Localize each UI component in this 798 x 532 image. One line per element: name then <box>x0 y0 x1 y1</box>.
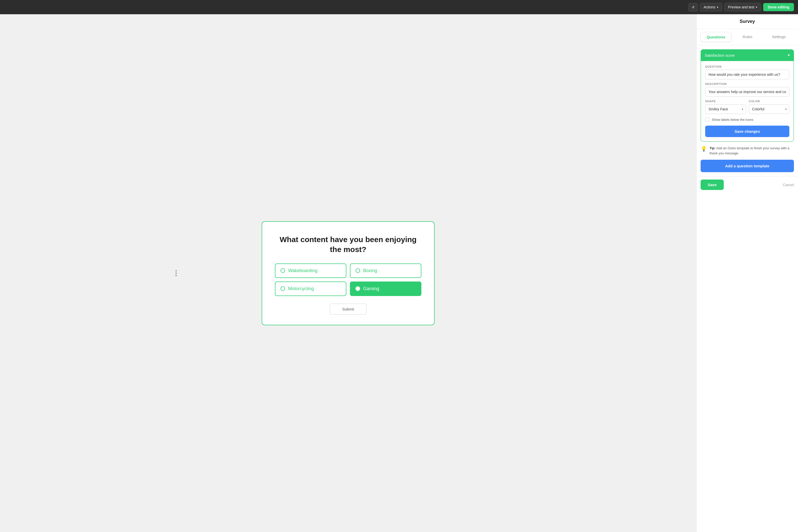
save-cancel-row: Save Cancel <box>697 176 798 193</box>
tab-questions[interactable]: Questions <box>701 32 732 42</box>
tip-text: Tip: Add an Outro template to finish you… <box>709 146 794 156</box>
color-select[interactable]: Colorful Neutral Custom <box>749 104 790 114</box>
add-question-template-button[interactable]: Add a question template <box>701 160 794 172</box>
history-icon: ↺ <box>692 5 695 9</box>
shape-color-row: SHAPE Smiley Face Stars Numbers Thumbs ▾ <box>705 100 790 114</box>
chevron-down-icon: ▾ <box>756 5 757 9</box>
tab-rules[interactable]: Rules <box>733 32 763 42</box>
description-input[interactable] <box>705 87 790 97</box>
right-panel: Survey Questions Rules Settings Satisfac… <box>696 14 798 532</box>
tip-strong: Tip: <box>709 146 716 150</box>
question-field-label: QUESTION <box>705 65 790 68</box>
option-motorcycling[interactable]: Motorcycling <box>275 282 346 296</box>
satisfaction-score-label: Satisfaction score <box>705 53 735 57</box>
color-label: COLOR <box>749 100 790 103</box>
actions-button[interactable]: Actions ▾ <box>700 3 722 12</box>
tip-box: 💡 Tip: Add an Outro template to finish y… <box>701 146 794 156</box>
radio-circle-motorcycling <box>281 286 285 291</box>
preview-panel: What content have you been enjoying the … <box>0 14 696 532</box>
panel-separator-dots <box>175 270 177 276</box>
survey-card: What content have you been enjoying the … <box>262 221 435 325</box>
option-boxing[interactable]: Boxing <box>350 264 421 278</box>
save-button[interactable]: Save <box>701 179 724 190</box>
survey-submit-wrap: Submit <box>275 304 421 315</box>
save-changes-button[interactable]: Save changes <box>705 126 790 137</box>
option-label-wakeboarding: Wakeboarding <box>288 268 317 273</box>
chevron-down-icon: ▾ <box>717 5 718 9</box>
main-layout: What content have you been enjoying the … <box>0 14 798 532</box>
shape-select-wrap: Smiley Face Stars Numbers Thumbs ▾ <box>705 104 746 114</box>
color-select-wrap: Colorful Neutral Custom ▾ <box>749 104 790 114</box>
radio-circle-boxing <box>356 268 360 273</box>
preview-button[interactable]: Preview and test ▾ <box>724 3 761 12</box>
topbar: ↺ Actions ▾ Preview and test ▾ Done edit… <box>0 0 798 14</box>
description-field-label: DESCRIPTION <box>705 82 790 86</box>
radio-circle-gaming <box>356 286 360 291</box>
done-editing-button[interactable]: Done editing <box>763 3 794 11</box>
show-labels-text: Show labels below the icons <box>712 118 753 121</box>
cancel-button[interactable]: Cancel <box>783 183 794 187</box>
shape-select[interactable]: Smiley Face Stars Numbers Thumbs <box>705 104 746 114</box>
preview-label: Preview and test <box>728 5 755 9</box>
show-labels-row: Show labels below the icons <box>705 117 790 121</box>
option-wakeboarding[interactable]: Wakeboarding <box>275 264 346 278</box>
tabs: Questions Rules Settings <box>697 29 798 45</box>
panel-title: Survey <box>697 14 798 29</box>
option-label-gaming: Gaming <box>363 286 379 291</box>
option-gaming[interactable]: Gaming <box>350 282 421 296</box>
question-block-header[interactable]: Satisfaction score ▾ <box>701 49 794 61</box>
question-block: Satisfaction score ▾ QUESTION DESCRIPTIO… <box>701 49 794 141</box>
survey-question-title: What content have you been enjoying the … <box>275 234 421 254</box>
tip-icon: 💡 <box>701 146 707 152</box>
tip-body: Add an Outro template to finish your sur… <box>709 146 790 155</box>
history-button[interactable]: ↺ <box>688 3 698 12</box>
option-label-boxing: Boxing <box>363 268 377 273</box>
shape-label: SHAPE <box>705 100 746 103</box>
color-col: COLOR Colorful Neutral Custom ▾ <box>749 100 790 114</box>
tab-settings[interactable]: Settings <box>764 32 794 42</box>
survey-submit-button[interactable]: Submit <box>330 304 367 315</box>
dropdown-chevron-icon: ▾ <box>788 53 790 57</box>
actions-label: Actions <box>704 5 715 9</box>
survey-options-grid: Wakeboarding Boxing Motorcycling Gaming <box>275 264 421 296</box>
show-labels-checkbox[interactable] <box>705 117 709 121</box>
question-block-body: QUESTION DESCRIPTION SHAPE Smiley Face S… <box>701 61 794 141</box>
option-label-motorcycling: Motorcycling <box>288 286 314 291</box>
question-input[interactable] <box>705 70 790 79</box>
radio-circle-wakeboarding <box>281 268 285 273</box>
shape-col: SHAPE Smiley Face Stars Numbers Thumbs ▾ <box>705 100 746 114</box>
